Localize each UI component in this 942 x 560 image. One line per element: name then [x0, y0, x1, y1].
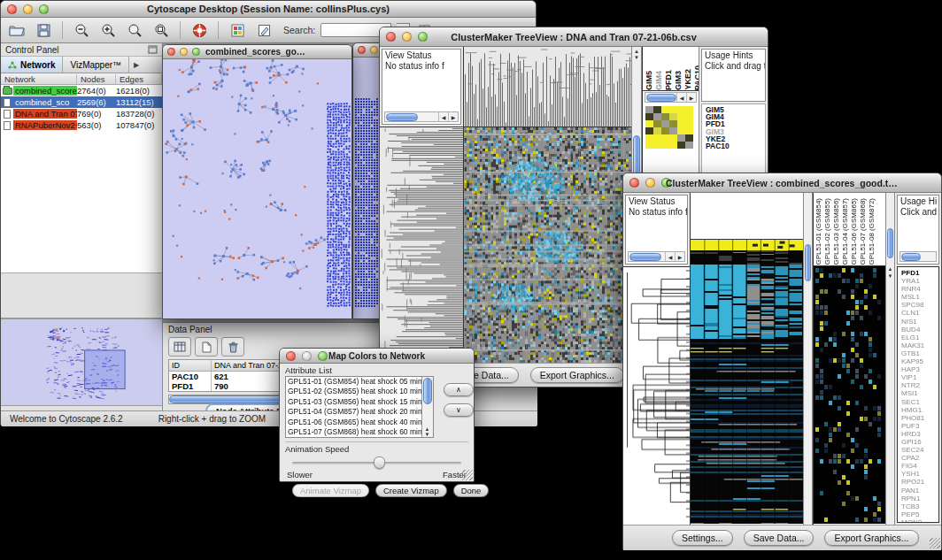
scrollbar-thumb[interactable]: [629, 253, 661, 261]
tv1-row-dendrogram-canvas[interactable]: [380, 127, 463, 363]
new-attribute-icon[interactable]: [195, 337, 218, 357]
gene-name[interactable]: CLN1: [901, 309, 938, 317]
attribute-item[interactable]: GPL51-06 (GSM865) heat shock 40 min: [286, 418, 433, 427]
zoom-selected-button[interactable]: [151, 20, 172, 40]
scroll-arrows[interactable]: ▲▼: [886, 265, 894, 280]
done-button[interactable]: Done: [453, 484, 490, 497]
gene-name[interactable]: MSI1: [901, 389, 938, 397]
export-graphics-button[interactable]: Export Graphics...: [824, 530, 918, 546]
move-down-button[interactable]: ∨: [444, 403, 474, 417]
tv2-row-dendrogram-canvas[interactable]: [623, 266, 690, 525]
zoom-in-button[interactable]: [97, 20, 119, 40]
gene-name[interactable]: KAP95: [901, 357, 938, 365]
treeview1-titlebar[interactable]: ClusterMaker TreeView : DNA and Tran 07-…: [380, 27, 768, 47]
column-edges[interactable]: Edges: [116, 74, 162, 84]
column-id[interactable]: ID: [169, 360, 212, 371]
scrollbar-thumb[interactable]: [386, 113, 418, 121]
column-label[interactable]: GPL51-03 (GSM856): [832, 198, 841, 265]
gene-name[interactable]: MON2: [901, 518, 938, 523]
column-label[interactable]: GIM3: [674, 71, 683, 90]
gene-name[interactable]: MAK31: [901, 341, 938, 349]
gene-name[interactable]: ELG1: [901, 334, 938, 341]
scroll-right-button[interactable]: ▶: [675, 252, 684, 261]
network-list-row[interactable]: combined_sco 2569(6) 13112(15): [1, 96, 162, 108]
usage-hints-scrollbar[interactable]: [900, 251, 937, 262]
gene-name[interactable]: GPI16: [901, 438, 938, 446]
gene-name[interactable]: RPO21: [901, 478, 938, 486]
gene-name[interactable]: PFD1: [901, 269, 938, 277]
gene-name[interactable]: PAC10: [706, 142, 765, 150]
slider-thumb[interactable]: [374, 456, 385, 469]
dialog-titlebar[interactable]: Map Colors to Network: [280, 349, 474, 364]
gene-name[interactable]: PAN1: [901, 487, 938, 495]
attribute-item[interactable]: GPL51-04 (GSM857) heat shock 20 min: [286, 407, 433, 417]
save-data-button[interactable]: Save Data...: [744, 530, 815, 546]
zoom-fit-button[interactable]: [124, 20, 145, 40]
scrollbar-thumb[interactable]: [887, 228, 893, 258]
column-nodes[interactable]: Nodes: [77, 74, 116, 84]
gene-name[interactable]: PUF3: [901, 422, 938, 430]
gene-name[interactable]: HAP3: [901, 365, 938, 373]
tv2-gene-scrollbar[interactable]: ▲▼: [885, 193, 895, 525]
resize-grip[interactable]: [930, 538, 940, 548]
delete-attribute-icon[interactable]: [221, 337, 244, 357]
column-label[interactable]: YKE2: [683, 69, 692, 90]
column-label[interactable]: GIM5: [645, 71, 653, 90]
scrollbar-thumb[interactable]: [646, 94, 676, 102]
gene-name[interactable]: FIG4: [901, 462, 938, 470]
tv2-heatmap-canvas[interactable]: [691, 240, 803, 524]
select-attributes-icon[interactable]: [168, 337, 191, 357]
column-label[interactable]: GIM4: [654, 71, 663, 90]
attribute-item[interactable]: GPL51-07 (GSM868) heat shock 60 min: [286, 427, 433, 437]
gene-name[interactable]: SEC24: [901, 446, 938, 454]
attribute-list-scrollbar[interactable]: ▲▼: [421, 377, 433, 437]
gene-name[interactable]: YRA1: [901, 277, 938, 285]
gene-name[interactable]: PHO81: [901, 414, 938, 422]
scrollbar-thumb[interactable]: [805, 244, 811, 281]
scroll-arrows[interactable]: ▲▼: [421, 426, 433, 437]
create-vizmap-button[interactable]: Create Vizmap: [375, 484, 447, 497]
gene-name[interactable]: PEP5: [901, 510, 938, 518]
gene-name[interactable]: TCB3: [901, 502, 938, 510]
settings-button[interactable]: Settings...: [672, 530, 733, 546]
animation-speed-slider[interactable]: [292, 456, 461, 470]
tv2-detail-heatmap-canvas[interactable]: [814, 266, 885, 524]
scroll-left-button[interactable]: ◀: [665, 252, 675, 261]
column-label[interactable]: GPL51-02 (GSM855): [823, 198, 832, 265]
scroll-right-button[interactable]: ▶: [448, 112, 458, 121]
animate-vizmap-button[interactable]: Animate Vizmap: [292, 484, 369, 497]
gene-name[interactable]: RPN1: [901, 495, 938, 502]
gene-name[interactable]: NTR2: [901, 381, 938, 389]
scroll-left-button[interactable]: ◀: [438, 112, 448, 121]
column-label[interactable]: GPL51-08 (GSM872): [868, 198, 876, 265]
minimize-button[interactable]: [370, 46, 378, 54]
main-titlebar[interactable]: Cytoscape Desktop (Session Name: collins…: [1, 1, 536, 18]
gene-name[interactable]: SPC98: [901, 301, 938, 309]
treeview2-titlebar[interactable]: ClusterMaker TreeView : combined_scores_…: [623, 173, 941, 193]
gene-name[interactable]: MSL1: [901, 293, 938, 301]
scroll-right-button[interactable]: ▶: [686, 93, 696, 102]
attribute-item[interactable]: GPL51-02 (GSM855) heat shock 10 min: [286, 387, 433, 396]
column-network[interactable]: Network: [1, 74, 77, 84]
tabs-overflow-button[interactable]: ▶: [129, 57, 143, 73]
network-view-titlebar[interactable]: combined_scores_good.txt--cluste...: [163, 45, 351, 59]
column-label[interactable]: GPL51-04 (GSM857): [841, 198, 850, 265]
network-list-row[interactable]: RNAPuberNov2+! 563(0) 107847(0): [1, 119, 162, 131]
tv1-heatmap-canvas[interactable]: [464, 127, 631, 363]
network-list-row[interactable]: combined_scores 2764(0) 16218(0): [1, 85, 162, 96]
save-session-button[interactable]: [33, 20, 54, 40]
network-graph-canvas[interactable]: [163, 59, 351, 318]
float-panel-icon[interactable]: [148, 45, 158, 54]
vizmapper-icon[interactable]: [227, 20, 248, 40]
help-icon[interactable]: [189, 20, 210, 40]
tab-network[interactable]: Network: [1, 57, 63, 73]
export-graphics-button[interactable]: Export Graphics...: [530, 367, 624, 383]
tv1-summary-scrollbar[interactable]: ◀▶: [645, 92, 697, 103]
gene-name[interactable]: RNR4: [901, 285, 938, 293]
attribute-item[interactable]: GPL51-03 (GSM856) heat shock 15 min: [286, 397, 433, 407]
close-button[interactable]: [358, 46, 366, 54]
gene-name[interactable]: HRD3: [901, 430, 938, 438]
scroll-arrows[interactable]: ▲▼: [632, 49, 641, 61]
column-label[interactable]: GPL51-07 (GSM868): [859, 198, 868, 265]
move-up-button[interactable]: ∧: [444, 383, 474, 396]
